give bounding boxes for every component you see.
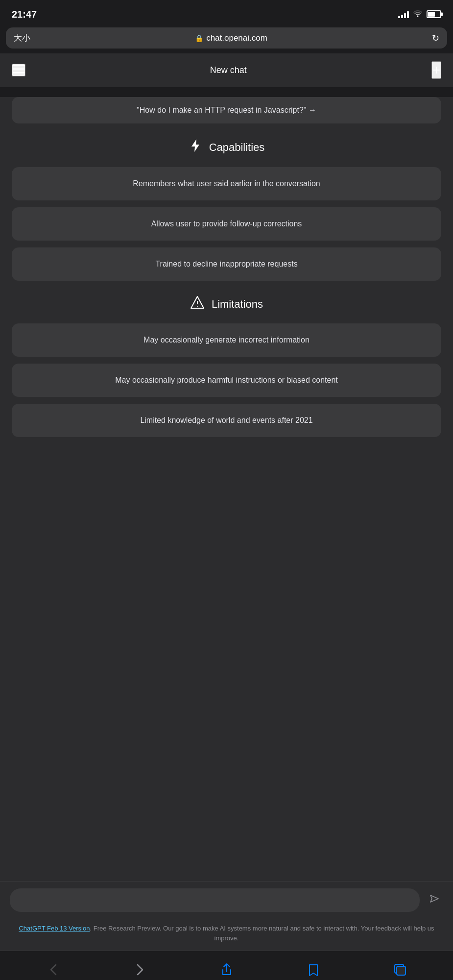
example-question-text: "How do I make an HTTP request in Javasc… — [137, 106, 316, 114]
limitations-title: Limitations — [212, 298, 263, 311]
svg-point-6 — [197, 306, 198, 307]
message-input[interactable] — [10, 888, 420, 912]
limitation-text-1: May occasionally generate incorrect info… — [143, 336, 310, 344]
limitations-section: Limitations May occasionally generate in… — [12, 295, 441, 437]
reload-icon[interactable]: ↻ — [432, 33, 439, 44]
header-title: New chat — [210, 65, 247, 75]
url-center: 🔒 chat.openai.com — [35, 33, 427, 43]
status-time: 21:47 — [12, 9, 37, 20]
svg-rect-1 — [13, 69, 24, 70]
signal-icon — [398, 10, 409, 18]
limitation-text-2: May occasionally produce harmful instruc… — [115, 376, 337, 384]
tabs-button[interactable] — [388, 959, 412, 980]
capabilities-title: Capabilities — [209, 141, 265, 154]
warning-icon — [190, 295, 205, 313]
url-text: chat.openai.com — [206, 33, 267, 43]
status-icons — [398, 10, 441, 19]
limitation-card-2: May occasionally produce harmful instruc… — [12, 364, 441, 397]
lock-icon: 🔒 — [195, 34, 203, 42]
back-button[interactable] — [41, 959, 66, 980]
limitation-card-3: Limited knowledge of world and events af… — [12, 404, 441, 437]
capability-card-2: Allows user to provide follow-up correct… — [12, 207, 441, 241]
capability-text-3: Trained to decline inappropriate request… — [155, 260, 297, 268]
footer-description: . Free Research Preview. Our goal is to … — [90, 925, 434, 942]
capabilities-section: Capabilities Remembers what user said ea… — [12, 138, 441, 281]
share-button[interactable] — [215, 959, 239, 980]
footer-link[interactable]: ChatGPT Feb 13 Version — [19, 925, 90, 932]
bookmarks-button[interactable] — [301, 959, 326, 980]
footer-text: ChatGPT Feb 13 Version. Free Research Pr… — [0, 919, 453, 951]
capability-text-1: Remembers what user said earlier in the … — [133, 179, 320, 188]
menu-button[interactable] — [12, 64, 25, 76]
svg-rect-2 — [13, 72, 24, 74]
main-content: "How do I make an HTTP request in Javasc… — [0, 97, 453, 881]
wifi-icon — [413, 10, 423, 19]
example-question-card[interactable]: "How do I make an HTTP request in Javasc… — [12, 97, 441, 123]
limitations-header: Limitations — [12, 295, 441, 313]
svg-rect-0 — [13, 65, 24, 66]
new-chat-button[interactable]: + — [431, 61, 441, 79]
url-bar[interactable]: 大小 🔒 chat.openai.com ↻ — [6, 27, 447, 49]
svg-rect-8 — [397, 966, 405, 975]
capability-text-2: Allows user to provide follow-up correct… — [151, 220, 302, 228]
svg-marker-3 — [191, 139, 199, 152]
capability-card-1: Remembers what user said earlier in the … — [12, 167, 441, 200]
capability-card-3: Trained to decline inappropriate request… — [12, 247, 441, 281]
capabilities-header: Capabilities — [12, 138, 441, 156]
send-button[interactable] — [425, 889, 443, 911]
url-bar-text-size: 大小 — [14, 32, 30, 44]
browser-bottom-bar — [0, 951, 453, 980]
input-area — [0, 882, 453, 919]
lightning-icon — [189, 138, 202, 156]
app-header: New chat + — [0, 53, 453, 87]
status-bar: 21:47 — [0, 0, 453, 25]
forward-button[interactable] — [128, 959, 152, 980]
limitation-text-3: Limited knowledge of world and events af… — [140, 416, 312, 424]
limitation-card-1: May occasionally generate incorrect info… — [12, 323, 441, 357]
battery-icon — [427, 10, 441, 18]
